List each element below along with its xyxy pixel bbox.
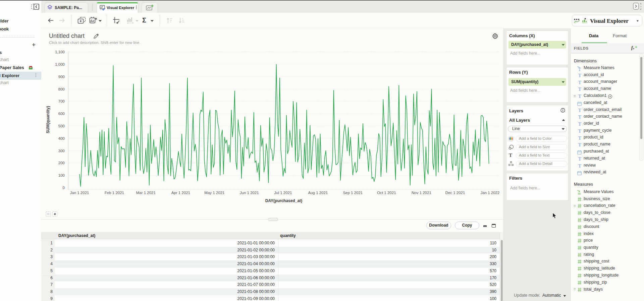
svg-text:Jun 1 2021: Jun 1 2021: [240, 191, 259, 195]
svg-text:600: 600: [58, 112, 65, 116]
svg-text:900: 900: [58, 75, 65, 79]
svg-text:400: 400: [58, 136, 65, 140]
svg-text:Dec 1 2021: Dec 1 2021: [445, 191, 465, 195]
svg-text:100: 100: [58, 173, 65, 177]
svg-text:0: 0: [63, 186, 65, 190]
svg-text:Jul 1 2021: Jul 1 2021: [274, 191, 292, 195]
svg-text:Aug 1 2021: Aug 1 2021: [308, 191, 328, 195]
svg-text:Mar 1 2021: Mar 1 2021: [136, 191, 156, 195]
svg-text:200: 200: [58, 161, 65, 165]
svg-text:Nov 1 2021: Nov 1 2021: [412, 191, 431, 195]
svg-text:800: 800: [58, 87, 65, 91]
svg-text:700: 700: [58, 99, 65, 103]
svg-text:Oct 1 2021: Oct 1 2021: [377, 191, 396, 195]
svg-text:1,000: 1,000: [55, 62, 65, 66]
svg-text:Jan 1 2021: Jan 1 2021: [70, 191, 89, 195]
svg-text:500: 500: [58, 124, 65, 128]
svg-text:Jan 1 2022: Jan 1 2022: [480, 191, 499, 195]
svg-text:Sep 1 2021: Sep 1 2021: [343, 191, 363, 195]
svg-text:300: 300: [58, 149, 65, 153]
svg-text:Apr 1 2021: Apr 1 2021: [171, 191, 190, 195]
svg-text:1,100: 1,100: [55, 50, 65, 54]
svg-text:SUM(quantity): SUM(quantity): [46, 106, 50, 133]
svg-text:Feb 1 2021: Feb 1 2021: [105, 191, 124, 195]
svg-text:May 1 2021: May 1 2021: [204, 191, 224, 195]
svg-text:DAY(purchased_at): DAY(purchased_at): [265, 198, 302, 203]
